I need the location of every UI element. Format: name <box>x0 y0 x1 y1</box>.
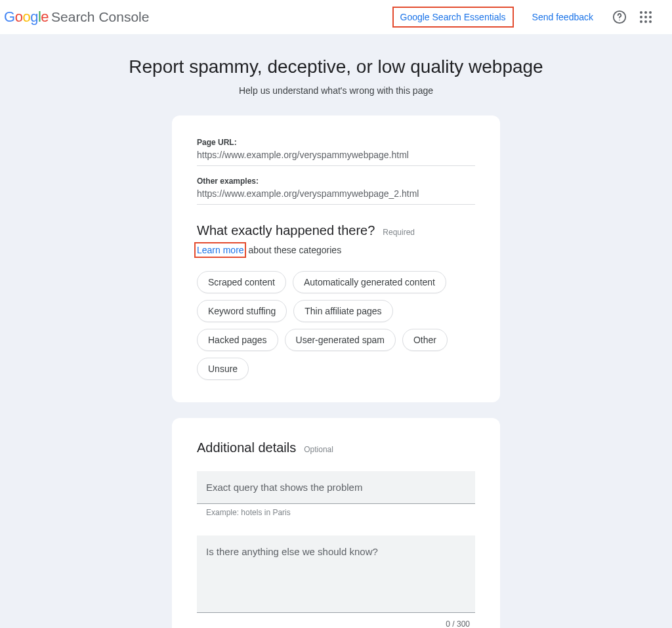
search-essentials-link[interactable]: Google Search Essentials <box>392 7 514 28</box>
chip-other[interactable]: Other <box>402 329 448 351</box>
logo[interactable]: Google Search Console <box>3 9 149 26</box>
main-content: Report spammy, deceptive, or low quality… <box>80 34 592 628</box>
page-subtitle: Help us understand what's wrong with thi… <box>80 85 592 96</box>
anything-else-textarea[interactable] <box>197 535 475 613</box>
apps-icon[interactable] <box>633 4 659 30</box>
other-examples-label: Other examples: <box>197 177 475 188</box>
send-feedback-link[interactable]: Send feedback <box>526 8 600 26</box>
chip-thin-affiliate[interactable]: Thin affiliate pages <box>293 300 392 322</box>
details-card: Additional details Optional Example: hot… <box>172 418 500 628</box>
chip-keyword-stuffing[interactable]: Keyword stuffing <box>197 300 287 322</box>
chip-user-spam[interactable]: User-generated spam <box>285 329 396 351</box>
page-title: Report spammy, deceptive, or low quality… <box>80 56 592 77</box>
other-examples-value: https://www.example.org/veryspammywebpag… <box>197 188 475 205</box>
learn-more-row: Learn more about these categories <box>197 245 475 255</box>
page-url-label: Page URL: <box>197 138 475 150</box>
svg-point-1 <box>619 20 620 20</box>
report-card: Page URL: https://www.example.org/verysp… <box>172 115 500 402</box>
exact-query-input[interactable] <box>197 471 475 504</box>
optional-badge: Optional <box>304 445 333 454</box>
char-counter: 0 / 300 <box>197 616 475 628</box>
what-happened-title: What exactly happened there? <box>197 223 375 238</box>
learn-more-suffix: about these categories <box>246 245 342 255</box>
exact-query-helper: Example: hotels in Paris <box>197 504 475 517</box>
learn-more-link[interactable]: Learn more <box>194 242 246 258</box>
help-icon[interactable] <box>606 4 633 30</box>
chip-unsure[interactable]: Unsure <box>197 358 249 380</box>
product-name: Search Console <box>51 9 149 25</box>
required-badge: Required <box>383 228 415 237</box>
google-logo: Google <box>4 9 49 26</box>
chip-scraped-content[interactable]: Scraped content <box>197 271 286 293</box>
category-chips: Scraped content Automatically generated … <box>197 271 475 380</box>
chip-auto-generated[interactable]: Automatically generated content <box>293 271 446 293</box>
chip-hacked-pages[interactable]: Hacked pages <box>197 329 278 351</box>
app-header: Google Search Console Google Search Esse… <box>0 0 672 34</box>
details-title: Additional details <box>197 440 296 455</box>
page-url-value: https://www.example.org/veryspammywebpag… <box>197 150 475 166</box>
